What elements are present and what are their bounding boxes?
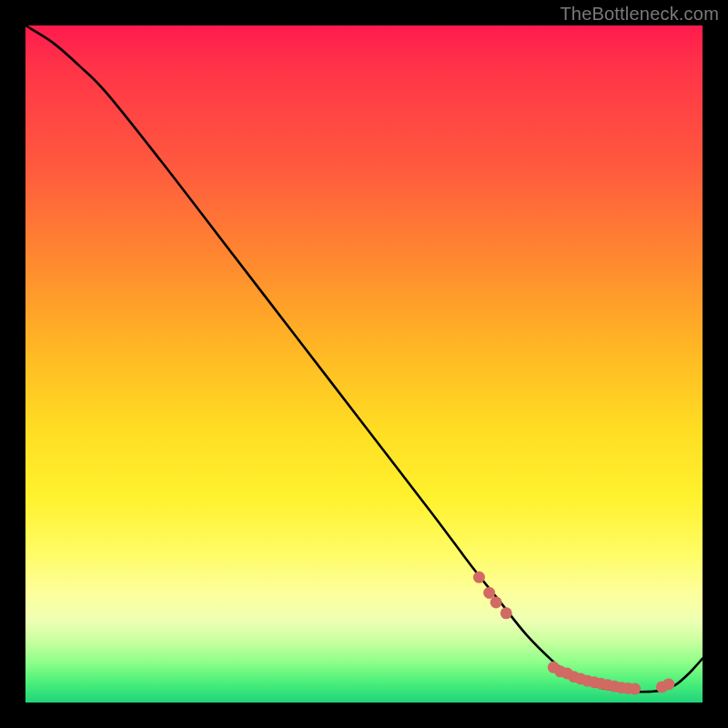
plot-area [25, 25, 703, 703]
watermark-text: TheBottleneck.com [560, 4, 719, 25]
chart-frame: TheBottleneck.com [0, 0, 728, 728]
curve-marker [473, 571, 485, 583]
curve-marker [662, 678, 674, 690]
curve-marker [500, 607, 512, 619]
curve-markers [473, 571, 674, 695]
curve-svg [25, 25, 703, 703]
curve-marker [483, 587, 495, 599]
curve-marker [629, 683, 641, 695]
bottleneck-curve [25, 25, 703, 692]
curve-marker [490, 596, 502, 608]
